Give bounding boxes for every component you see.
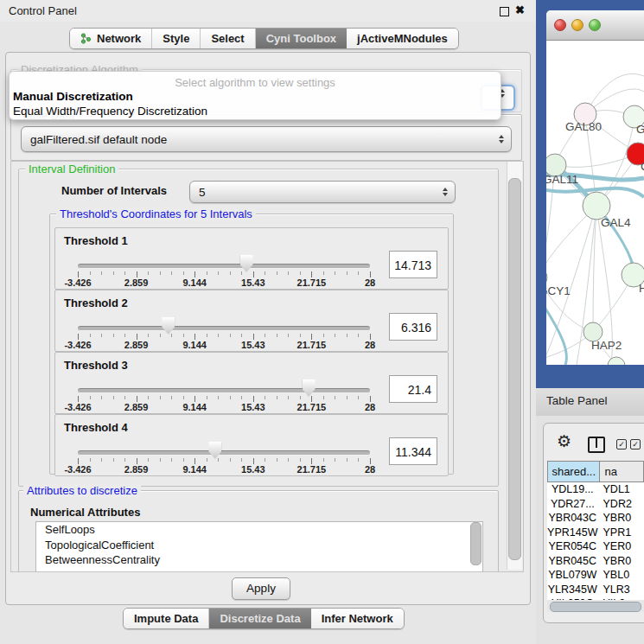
tick-label: 21.715 <box>297 402 327 412</box>
dropdown-prompt: Select algorithm to view settings <box>10 76 501 89</box>
threshold-4-slider-thumb[interactable] <box>208 442 221 459</box>
threshold-1-slider-thumb[interactable] <box>240 255 253 272</box>
minimize-traffic-light-icon[interactable] <box>571 19 583 31</box>
dropdown-option-manual-discretization[interactable]: Manual Discretization <box>13 90 133 103</box>
table-cell: YPR145W <box>547 526 598 539</box>
tab-style[interactable]: Style <box>152 29 201 48</box>
combo-arrows-icon <box>499 135 504 143</box>
tab-jactivemnodules[interactable]: jActiveMNodules <box>347 29 458 48</box>
tick-label: -3.426 <box>64 277 91 288</box>
table-data-combo[interactable]: galFiltered.sif default node <box>21 126 512 152</box>
threshold-2-slider-thumb[interactable] <box>162 317 175 335</box>
table-cell: YBR045C <box>547 555 598 567</box>
interval-definition-group-label: Interval Definition <box>25 163 118 175</box>
table-cell: YBR0 <box>598 555 644 567</box>
table-horizontal-scrollbar-thumb[interactable] <box>550 602 641 612</box>
attribute-list-item[interactable]: SelfLoops <box>36 522 482 538</box>
tick-label: 21.715 <box>297 340 327 350</box>
table-cell: YDL19... <box>547 483 598 495</box>
table-cell: YER054C <box>547 540 598 552</box>
table-row[interactable]: YBR045CYBR0 <box>547 554 644 569</box>
table-row[interactable]: YBR043CYBR0 <box>547 511 644 526</box>
number-of-intervals-spinner[interactable]: 5 <box>189 181 456 203</box>
spinner-arrows-icon <box>443 188 448 196</box>
tick-label: 2.859 <box>124 277 149 288</box>
tab-select-label: Select <box>211 32 244 45</box>
algorithm-dropdown: Select algorithm to view settings Manual… <box>9 71 501 120</box>
threshold-3-slider-track[interactable] <box>78 388 370 393</box>
table-cell: YBL079W <box>547 569 598 581</box>
threshold-4-box: Threshold 4 -3.4262.8599.14415.4321.7152… <box>54 414 449 476</box>
dropdown-option-equal-width-frequency[interactable]: Equal Width/Frequency Discretization <box>13 105 207 118</box>
threshold-4-slider-track[interactable] <box>78 450 370 456</box>
tab-infer-network[interactable]: Infer Network <box>311 609 404 628</box>
table-row[interactable]: YDR27...YDR2 <box>547 497 644 512</box>
tab-discretize-data-label: Discretize Data <box>220 612 300 625</box>
control-panel-title: Control Panel <box>9 4 77 17</box>
table-row[interactable]: YBL079WYBL0 <box>547 568 644 583</box>
split-table-icon[interactable] <box>588 437 605 453</box>
tab-discretize-data[interactable]: Discretize Data <box>209 609 310 628</box>
attributes-group-label: Attributes to discretize <box>23 484 141 497</box>
tick-label: 2.859 <box>124 402 149 412</box>
table-row[interactable]: YDL19...YDL1 <box>547 482 644 497</box>
table-row[interactable]: YPR145WYPR1 <box>547 526 644 540</box>
network-window-titlebar[interactable] <box>546 10 644 41</box>
threshold-3-slider-thumb[interactable] <box>303 379 316 397</box>
threshold-2-value-field[interactable]: 6.316 <box>389 313 437 341</box>
tab-impute-data[interactable]: Impute Data <box>124 609 209 628</box>
threshold-2-label: Threshold 2 <box>64 296 128 309</box>
threshold-3-value-field[interactable]: 21.4 <box>389 375 437 403</box>
tab-jactivemnodules-label: jActiveMNodules <box>357 32 448 45</box>
tick-label: 21.715 <box>297 464 327 475</box>
zoom-traffic-light-icon[interactable] <box>589 19 601 31</box>
tab-network[interactable]: Network <box>70 29 152 48</box>
tick-label: 2.859 <box>124 464 149 475</box>
table-cell: YLR3 <box>598 583 644 596</box>
attribute-list-item[interactable]: BetweennessCentrality <box>36 552 482 568</box>
gear-icon[interactable]: ⚙ <box>557 431 571 450</box>
table-cell: YBR0 <box>598 512 644 524</box>
tick-label: 9.144 <box>182 402 207 412</box>
close-traffic-light-icon[interactable] <box>554 19 566 31</box>
tick-label: 21.715 <box>297 277 327 288</box>
table-row[interactable]: YER054CYER0 <box>547 539 644 554</box>
checkbox-icon[interactable]: ✓ <box>630 439 641 450</box>
tick-label: -3.426 <box>64 340 91 350</box>
threshold-2-slider-track[interactable] <box>78 326 370 331</box>
tick-label: 9.144 <box>182 277 207 288</box>
threshold-3-box: Threshold 3 -3.4262.8599.14415.4321.7152… <box>54 352 449 414</box>
table-cell: YDL1 <box>598 483 644 495</box>
float-window-icon[interactable] <box>500 7 509 16</box>
tab-cyni-toolbox[interactable]: Cyni Toolbox <box>256 29 347 48</box>
table-row[interactable]: YLR345WYLR3 <box>547 583 644 597</box>
threshold-1-value-field[interactable]: 14.713 <box>389 251 437 278</box>
settings-scrollbar-thumb[interactable] <box>508 178 521 560</box>
node-table: shared... na YDL19...YDL1YDR27...YDR2YBR… <box>547 461 644 600</box>
checkbox-icon[interactable]: ✓ <box>616 439 627 450</box>
attributes-list-scrollbar[interactable] <box>470 522 481 565</box>
numerical-attributes-title: Numerical Attributes <box>30 506 140 519</box>
network-node-label: GA <box>636 123 644 136</box>
network-edge <box>593 206 596 332</box>
close-icon[interactable]: ✖ <box>515 3 525 16</box>
tab-select[interactable]: Select <box>201 29 255 48</box>
column-header-shared[interactable]: shared... <box>547 461 600 482</box>
threshold-4-label: Threshold 4 <box>64 421 128 434</box>
network-node-label: HAP2 <box>591 339 622 352</box>
threshold-4-value-field[interactable]: 11.344 <box>389 437 437 465</box>
table-cell: YER0 <box>598 540 644 552</box>
threshold-1-slider-track[interactable] <box>78 264 370 269</box>
table-cell: YDR27... <box>547 498 598 510</box>
threshold-1-label: Threshold 1 <box>64 234 128 247</box>
apply-button[interactable]: Apply <box>232 577 290 600</box>
settings-scrollpane: Interval Definition Number of Intervals … <box>10 161 524 572</box>
table-cell: YBL0 <box>598 569 644 581</box>
attribute-list-item[interactable]: TopologicalCoefficient <box>36 538 482 553</box>
network-svg[interactable]: GAL80GACGAL11GAL4GCY1HHAP2 <box>546 40 644 365</box>
table-cell: YBR043C <box>547 512 598 524</box>
table-cell: YPR1 <box>598 526 644 539</box>
column-header-name[interactable]: na <box>600 461 644 482</box>
number-of-intervals-label: Number of Intervals <box>61 184 167 197</box>
cyni-mode-tabbar: Impute Data Discretize Data Infer Networ… <box>123 608 405 629</box>
